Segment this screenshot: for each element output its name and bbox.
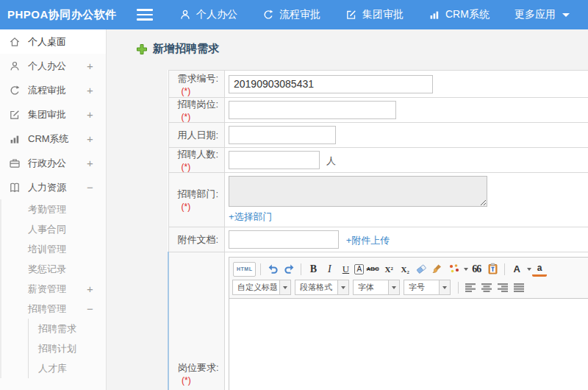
highlight-color-button[interactable]: a bbox=[532, 262, 547, 277]
dropdown-caret bbox=[337, 280, 348, 294]
collapse-minus-icon[interactable]: − bbox=[87, 302, 106, 315]
dropdown-caret bbox=[388, 280, 399, 294]
expand-plus-icon[interactable]: + bbox=[87, 108, 106, 121]
field-label-headcount: 招聘人数:(*) bbox=[168, 148, 225, 173]
home-icon bbox=[9, 36, 21, 48]
eraser-icon[interactable] bbox=[414, 262, 429, 277]
align-right-icon[interactable] bbox=[495, 280, 510, 295]
book-icon bbox=[9, 182, 21, 194]
blockquote-button[interactable]: 66 bbox=[469, 262, 484, 277]
sidebar-item-recruit-demand[interactable]: 招聘需求 bbox=[29, 319, 106, 338]
required-mark: (*) bbox=[182, 202, 191, 212]
bar-chart-icon bbox=[9, 133, 21, 145]
field-label-department: 招聘部门:(*) bbox=[168, 173, 225, 227]
subscript-button[interactable]: X₂ bbox=[398, 262, 412, 277]
workflow-icon bbox=[262, 9, 274, 21]
top-nav: 个人办公 流程审批 集团审批 CRM系统 更多应用 bbox=[172, 8, 587, 21]
autotypeset-button[interactable]: A bbox=[354, 264, 364, 274]
html-source-button[interactable]: HTML bbox=[233, 262, 256, 277]
superscript-button[interactable]: X² bbox=[381, 262, 396, 277]
nav-personal-office[interactable]: 个人办公 bbox=[172, 8, 245, 21]
attachment-upload-link[interactable]: +附件上传 bbox=[346, 235, 390, 246]
page-title: 新增招聘需求 bbox=[136, 42, 588, 56]
main-content: 新增招聘需求 需求编号:(*) 招聘岗位:(*) bbox=[107, 29, 588, 390]
paste-icon[interactable] bbox=[485, 262, 500, 277]
sidebar-item-crm[interactable]: CRM系统 + bbox=[0, 127, 106, 151]
font-size-dropdown[interactable]: 字号 bbox=[404, 280, 451, 295]
recruitment-form: 需求编号:(*) 招聘岗位:(*) bbox=[168, 70, 588, 390]
expand-plus-icon[interactable]: + bbox=[87, 283, 106, 295]
select-department-link[interactable]: +选择部门 bbox=[229, 210, 273, 224]
sidebar-item-admin-office[interactable]: 行政办公 + bbox=[0, 151, 106, 175]
required-mark: (*) bbox=[182, 112, 191, 122]
undo-icon[interactable] bbox=[265, 262, 280, 277]
field-label-hire-date: 用人日期: bbox=[168, 123, 225, 148]
user-icon bbox=[9, 60, 21, 72]
sidebar-item-group-approval[interactable]: 集团审批 + bbox=[0, 102, 106, 127]
expand-plus-icon[interactable]: + bbox=[87, 84, 106, 96]
sidebar-item-talent-pool[interactable]: 人才库 bbox=[29, 358, 106, 378]
sidebar-item-personal-desktop[interactable]: 个人桌面 bbox=[0, 29, 106, 54]
font-family-dropdown[interactable]: 字体 bbox=[353, 280, 400, 295]
sidebar-item-training[interactable]: 培训管理 bbox=[1, 239, 106, 259]
collapse-minus-icon[interactable]: − bbox=[87, 181, 106, 194]
expand-plus-icon[interactable]: + bbox=[87, 132, 106, 145]
font-color-button[interactable]: A bbox=[509, 262, 524, 277]
required-mark: (*) bbox=[182, 375, 191, 386]
app-logo: PHPOA协同办公软件 bbox=[0, 8, 137, 22]
department-textarea[interactable] bbox=[229, 176, 487, 207]
nav-crm-system[interactable]: CRM系统 bbox=[421, 8, 497, 21]
editor-content-area[interactable] bbox=[229, 299, 588, 390]
align-left-icon[interactable] bbox=[463, 280, 478, 295]
sidebar-item-rewards[interactable]: 奖惩记录 bbox=[1, 259, 106, 279]
field-label-job-requirements: 岗位要求:(*) bbox=[168, 252, 225, 390]
field-label-attachment: 附件文档: bbox=[168, 227, 225, 252]
sidebar-item-recruit-plan[interactable]: 招聘计划 bbox=[29, 338, 106, 358]
paragraph-format-dropdown[interactable]: 段落格式 bbox=[295, 280, 349, 295]
format-brush-icon[interactable] bbox=[430, 262, 445, 277]
edit-square-icon bbox=[9, 109, 21, 121]
user-icon bbox=[179, 9, 191, 21]
top-header: PHPOA协同办公软件 个人办公 流程审批 集团审批 CRM系统 更多应用 bbox=[0, 0, 588, 29]
redo-icon[interactable] bbox=[282, 262, 296, 277]
align-center-icon[interactable] bbox=[479, 280, 494, 295]
italic-button[interactable]: I bbox=[322, 262, 337, 277]
sidebar-item-hr-contract[interactable]: 人事合同 bbox=[1, 219, 106, 239]
underline-button[interactable]: U bbox=[338, 262, 353, 277]
expand-plus-icon[interactable]: + bbox=[87, 60, 106, 72]
color-dropdown-caret[interactable] bbox=[464, 268, 468, 271]
sidebar-item-attendance[interactable]: 考勤管理 bbox=[1, 199, 106, 219]
custom-title-dropdown[interactable]: 自定义标题 bbox=[232, 280, 291, 295]
dropdown-caret bbox=[439, 280, 450, 294]
field-label-position: 招聘岗位:(*) bbox=[168, 98, 225, 123]
sidebar-item-hr[interactable]: 人力资源 − bbox=[0, 175, 106, 199]
nav-workflow-approval[interactable]: 流程审批 bbox=[255, 8, 328, 21]
sidebar-item-recruit-mgmt[interactable]: 招聘管理− bbox=[1, 299, 106, 319]
headcount-input[interactable] bbox=[229, 151, 320, 169]
demand-number-input[interactable] bbox=[229, 75, 433, 93]
align-justify-icon[interactable] bbox=[512, 280, 526, 295]
sidebar-item-salary[interactable]: 薪资管理+ bbox=[1, 279, 106, 299]
sidebar-item-personal-office[interactable]: 个人办公 + bbox=[0, 54, 106, 78]
hamburger-menu-icon[interactable] bbox=[137, 9, 153, 21]
font-color-caret[interactable] bbox=[527, 268, 531, 271]
nav-group-approval[interactable]: 集团审批 bbox=[338, 8, 411, 21]
hr-submenu: 考勤管理 人事合同 培训管理 奖惩记录 薪资管理+ 招聘管理− 招聘需求 招聘计… bbox=[0, 199, 106, 378]
bold-button[interactable]: B bbox=[306, 262, 320, 277]
green-plus-icon bbox=[136, 43, 148, 55]
field-label-demand-number: 需求编号:(*) bbox=[168, 71, 225, 98]
editor-toolbar: HTML B I U A ABC bbox=[229, 257, 588, 299]
caret-down-icon bbox=[562, 13, 570, 17]
briefcase-icon bbox=[9, 157, 21, 169]
nav-more-apps[interactable]: 更多应用 bbox=[507, 8, 577, 21]
bar-chart-icon bbox=[429, 9, 440, 21]
position-input[interactable] bbox=[229, 101, 396, 119]
strikethrough-button[interactable]: ABC bbox=[365, 262, 380, 277]
required-mark: (*) bbox=[182, 162, 191, 172]
attachment-input[interactable] bbox=[229, 230, 339, 249]
color-dots-icon[interactable] bbox=[446, 262, 461, 277]
hire-date-input[interactable] bbox=[229, 126, 336, 144]
workflow-icon bbox=[9, 85, 21, 96]
expand-plus-icon[interactable]: + bbox=[87, 157, 106, 169]
sidebar-item-workflow-approval[interactable]: 流程审批 + bbox=[0, 78, 106, 102]
